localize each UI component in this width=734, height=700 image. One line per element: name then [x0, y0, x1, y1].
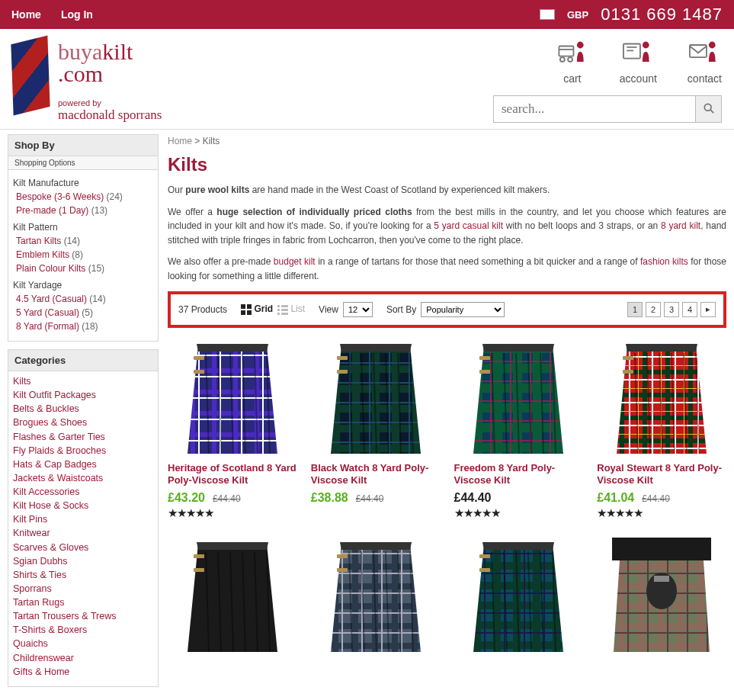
- cart-link[interactable]: cart: [556, 37, 589, 85]
- logo-text-3: .com: [58, 61, 103, 86]
- category-link[interactable]: Tartan Rugs: [13, 597, 64, 608]
- product-card[interactable]: [597, 534, 726, 656]
- filter-item[interactable]: 4.5 Yard (Casual) (14): [13, 292, 153, 306]
- grid-icon: [241, 304, 252, 315]
- category-link[interactable]: Flashes & Garter Ties: [13, 432, 105, 442]
- product-grid: Heritage of Scotland 8 Yard Poly-Viscose…: [168, 336, 726, 656]
- filter-item[interactable]: 5 Yard (Casual) (5): [13, 306, 153, 319]
- svg-rect-18: [281, 313, 288, 315]
- product-card[interactable]: Black Watch 8 Yard Poly-Viscose Kilt£38.…: [311, 336, 441, 520]
- category-link[interactable]: Gifts & Home: [13, 666, 69, 677]
- category-link[interactable]: Scarves & Gloves: [13, 542, 88, 553]
- category-link[interactable]: Sgian Dubhs: [13, 556, 68, 567]
- account-link[interactable]: account: [620, 37, 657, 85]
- product-price: £38.88 £44.40: [311, 491, 441, 505]
- account-label: account: [620, 72, 657, 85]
- pager-page: 1: [627, 302, 643, 317]
- view-label: View: [319, 304, 338, 315]
- product-card[interactable]: Freedom 8 Yard Poly-Viscose Kilt£44.40★★…: [454, 336, 584, 520]
- logo-powered: powered by: [58, 98, 162, 108]
- link-5yard[interactable]: 5 yard casual kilt: [434, 220, 503, 231]
- category-link[interactable]: Shirts & Ties: [13, 570, 66, 580]
- svg-rect-15: [277, 309, 280, 311]
- link-8yard[interactable]: 8 yard kilt: [661, 220, 700, 231]
- svg-rect-0: [559, 46, 573, 56]
- pager-page[interactable]: 2: [646, 302, 661, 317]
- filter-item[interactable]: Tartan Kilts (14): [13, 234, 153, 248]
- list-icon: [277, 304, 288, 315]
- svg-rect-23: [479, 356, 490, 360]
- category-link[interactable]: Hats & Cap Badges: [13, 459, 97, 470]
- search-button[interactable]: [695, 96, 721, 122]
- filter-group-head: Kilt Yardage: [13, 280, 153, 291]
- breadcrumb-home[interactable]: Home: [168, 136, 192, 146]
- category-link[interactable]: Tartan Trousers & Trews: [13, 611, 116, 621]
- page-title: Kilts: [168, 154, 726, 175]
- currency-selector[interactable]: GBP: [567, 9, 588, 21]
- search-box: [493, 95, 722, 123]
- view-mode: Grid List: [241, 303, 305, 315]
- svg-rect-6: [690, 45, 707, 57]
- filter-item[interactable]: Pre-made (1 Day) (13): [13, 204, 153, 217]
- category-link[interactable]: Fly Plaids & Brooches: [13, 445, 106, 456]
- svg-rect-32: [479, 568, 490, 572]
- product-image: [454, 336, 584, 458]
- svg-rect-10: [247, 304, 252, 309]
- filter-item[interactable]: Plain Colour Kilts (15): [13, 262, 153, 275]
- filter-item[interactable]: Emblem Kilts (8): [13, 248, 153, 262]
- product-count: 37 Products: [178, 304, 227, 315]
- product-card[interactable]: Heritage of Scotland 8 Yard Poly-Viscose…: [168, 336, 297, 520]
- category-link[interactable]: Kilt Outfit Packages: [13, 390, 96, 400]
- toolbar: 37 Products Grid List View 12 S: [168, 291, 726, 328]
- product-image: [168, 534, 297, 656]
- nav-login[interactable]: Log In: [61, 8, 93, 21]
- category-link[interactable]: Sporrans: [13, 583, 52, 594]
- category-link[interactable]: Quaichs: [13, 638, 48, 649]
- category-link[interactable]: Kilt Pins: [13, 514, 47, 525]
- svg-rect-31: [479, 554, 490, 558]
- category-link[interactable]: Childrenswear: [13, 653, 74, 663]
- breadcrumb: Home > Kilts: [168, 134, 726, 151]
- svg-rect-12: [247, 310, 252, 315]
- pager-page[interactable]: 4: [682, 302, 697, 317]
- category-link[interactable]: Belts & Buckles: [13, 403, 79, 414]
- link-fashion[interactable]: fashion kilts: [640, 256, 688, 267]
- view-grid[interactable]: Grid: [241, 303, 273, 315]
- product-card[interactable]: [311, 534, 441, 656]
- svg-rect-24: [479, 370, 490, 374]
- nav-home[interactable]: Home: [11, 8, 41, 21]
- category-link[interactable]: Kilt Hose & Socks: [13, 500, 88, 511]
- pager-page[interactable]: 3: [664, 302, 679, 317]
- svg-rect-22: [337, 370, 348, 374]
- sidebar: Shop By Shopping Options Kilt Manufactur…: [8, 134, 159, 695]
- filter-item[interactable]: 8 Yard (Formal) (18): [13, 319, 153, 333]
- category-link[interactable]: Kilts: [13, 376, 31, 387]
- svg-point-3: [577, 42, 584, 49]
- shop-by-box: Shop By Shopping Options Kilt Manufactur…: [8, 134, 159, 342]
- category-link[interactable]: Kilt Accessories: [13, 486, 80, 497]
- link-budget[interactable]: budget kilt: [274, 256, 316, 267]
- category-link[interactable]: Brogues & Shoes: [13, 417, 87, 428]
- svg-rect-33: [612, 538, 711, 560]
- contact-label: contact: [688, 72, 722, 85]
- logo[interactable]: buyakilt .com powered by macdonald sporr…: [12, 37, 162, 123]
- product-card[interactable]: [454, 534, 584, 656]
- pager-next[interactable]: ▸: [700, 302, 716, 317]
- svg-rect-13: [277, 305, 280, 307]
- product-card[interactable]: Royal Stewart 8 Yard Poly-Viscose Kilt£4…: [597, 336, 726, 520]
- product-card[interactable]: [168, 534, 297, 656]
- view-select[interactable]: 12: [343, 302, 373, 317]
- search-input[interactable]: [494, 96, 695, 122]
- product-image: [311, 534, 441, 656]
- svg-rect-25: [623, 356, 633, 360]
- svg-rect-27: [194, 554, 204, 558]
- filter-item[interactable]: Bespoke (3-6 Weeks) (24): [13, 190, 153, 204]
- category-link[interactable]: T-Shirts & Boxers: [13, 625, 87, 635]
- category-link[interactable]: Knitwear: [13, 528, 50, 538]
- contact-link[interactable]: contact: [688, 37, 722, 85]
- sort-select[interactable]: Popularity: [421, 302, 505, 317]
- category-link[interactable]: Jackets & Waistcoats: [13, 473, 103, 483]
- svg-point-7: [709, 42, 716, 49]
- svg-rect-30: [337, 568, 348, 572]
- view-list[interactable]: List: [277, 303, 305, 315]
